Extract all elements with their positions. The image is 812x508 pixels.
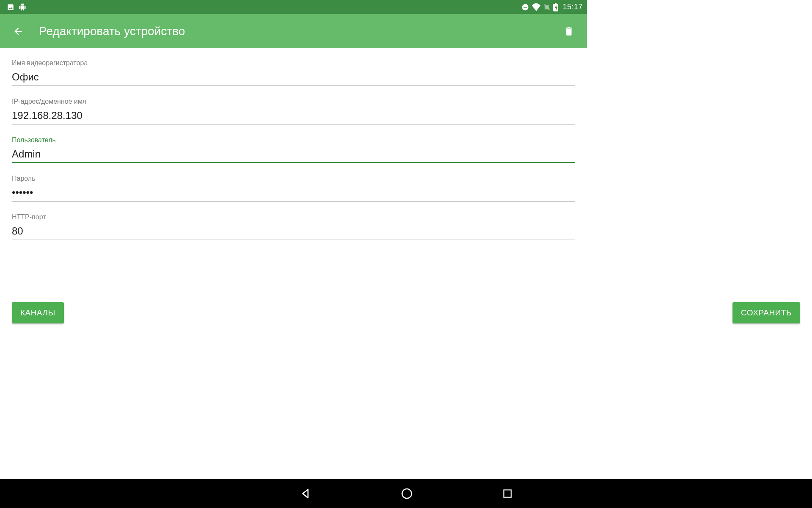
password-label: Пароль [12,175,575,182]
app-bar: Редактировать устройство [0,14,587,48]
field-name: Имя видеорегистратора [12,59,575,86]
buttons-row: КАНАЛЫ СОХРАНИТЬ [0,302,587,323]
svg-rect-1 [524,7,527,8]
clock-text: 15:17 [562,3,583,11]
status-bar: 15:17 [0,0,587,14]
ip-input[interactable] [12,108,575,124]
field-user: Пользователь [12,136,575,163]
ip-label: IP-адрес/доменное имя [12,98,575,105]
user-label: Пользователь [12,136,575,144]
dnd-icon [521,3,529,11]
name-label: Имя видеорегистратора [12,59,575,67]
status-left [4,3,26,11]
field-ip: IP-адрес/доменное имя [12,98,575,124]
password-input[interactable] [12,185,575,202]
user-input[interactable] [12,146,575,163]
no-sim-icon [543,3,551,11]
status-right: 15:17 [521,3,583,11]
android-icon [19,3,26,11]
field-port: HTTP-порт [12,213,575,240]
battery-charging-icon [553,3,559,11]
wifi-icon [532,3,541,11]
port-input[interactable] [12,224,575,240]
form: Имя видеорегистратора IP-адрес/доменное … [0,48,587,240]
back-button[interactable] [9,22,27,40]
name-input[interactable] [12,69,575,86]
port-label: HTTP-порт [12,213,575,221]
page-title: Редактировать устройство [39,25,560,38]
image-icon [7,3,14,11]
delete-button[interactable] [560,22,578,40]
field-password: Пароль [12,175,575,202]
channels-button[interactable]: КАНАЛЫ [12,302,64,323]
